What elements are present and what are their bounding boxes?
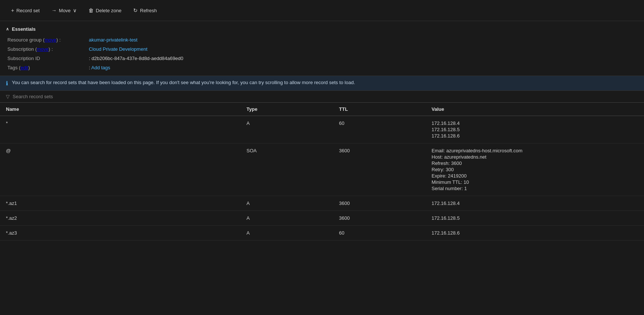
value-line: 172.16.128.4 [432, 200, 638, 206]
move-button[interactable]: → Move ∨ [46, 4, 82, 16]
value-line: Email: azureprivatedns-host.microsoft.co… [432, 148, 638, 153]
value-line: 172.16.128.6 [432, 133, 638, 139]
refresh-button[interactable]: ↻ Refresh [128, 4, 162, 16]
refresh-label: Refresh [140, 8, 157, 13]
cell-ttl: 3600 [339, 211, 432, 225]
essentials-title: Essentials [12, 26, 36, 32]
value-line: Serial number: 1 [432, 186, 638, 191]
subscription-move-link[interactable]: move [37, 46, 48, 52]
cell-value: Email: azureprivatedns-host.microsoft.co… [432, 143, 638, 196]
subscription-link[interactable]: Cloud Private Development [89, 46, 147, 52]
subscription-id-value: : d2b206bc-847a-437e-8d8d-aedd84a69ed0 [89, 56, 638, 61]
info-banner: ℹ You can search for record sets that ha… [0, 76, 644, 91]
tags-label: Tags (edit) [7, 65, 89, 70]
value-line: 172.16.128.4 [432, 120, 638, 126]
cell-type: A [246, 116, 339, 130]
cell-type: A [246, 196, 339, 210]
table-header: Name Type TTL Value [0, 103, 644, 116]
essentials-section: ∧ Essentials Resource group (move) : aku… [0, 21, 644, 76]
record-set-button[interactable]: + Record set [6, 4, 45, 16]
table-body: *A60172.16.128.4172.16.128.5172.16.128.6… [0, 116, 644, 241]
chevron-down-icon: ∨ [73, 7, 77, 13]
search-filter-icon: ▽ [6, 94, 10, 99]
record-sets-table: Name Type TTL Value *A60172.16.128.4172.… [0, 103, 644, 241]
table-row[interactable]: *.az3A60172.16.128.6 [0, 226, 644, 241]
essentials-chevron: ∧ [6, 27, 9, 32]
value-line: Host: azureprivatedns.net [432, 154, 638, 160]
cell-value: 172.16.128.4172.16.128.5172.16.128.6 [432, 116, 638, 143]
cell-type: A [246, 211, 339, 225]
tags-value: : Add tags [89, 65, 638, 70]
tags-edit-link[interactable]: edit [20, 65, 28, 70]
cell-name: *.az3 [6, 226, 246, 240]
value-line: Minimum TTL: 10 [432, 179, 638, 185]
cell-name: @ [6, 143, 246, 158]
essentials-grid: Resource group (move) : akumar-privateli… [6, 37, 638, 70]
table-row[interactable]: *.az1A3600172.16.128.4 [0, 196, 644, 211]
move-label: Move [59, 8, 71, 13]
toolbar: + Record set → Move ∨ 🗑 Delete zone ↻ Re… [0, 0, 644, 21]
cell-value: 172.16.128.5 [432, 211, 638, 225]
cell-ttl: 60 [339, 226, 432, 240]
cell-value: 172.16.128.6 [432, 226, 638, 240]
col-header-name: Name [6, 106, 246, 112]
col-header-type: Type [246, 106, 339, 112]
cell-value: 172.16.128.4 [432, 196, 638, 210]
search-input[interactable] [13, 94, 638, 99]
search-bar: ▽ [0, 91, 644, 103]
value-line: Retry: 300 [432, 167, 638, 172]
delete-zone-label: Delete zone [96, 8, 121, 13]
col-header-ttl: TTL [339, 106, 432, 112]
col-header-value: Value [432, 106, 638, 112]
cell-type: SOA [246, 143, 339, 158]
resource-group-link[interactable]: akumar-privatelink-test [89, 37, 138, 43]
delete-icon: 🗑 [88, 7, 94, 13]
cell-ttl: 3600 [339, 143, 432, 158]
value-line: 172.16.128.5 [432, 215, 638, 221]
table-row[interactable]: *A60172.16.128.4172.16.128.5172.16.128.6 [0, 116, 644, 143]
add-tags-link[interactable]: Add tags [91, 65, 110, 70]
delete-zone-button[interactable]: 🗑 Delete zone [83, 4, 127, 16]
cell-name: *.az2 [6, 211, 246, 225]
value-line: Refresh: 3600 [432, 160, 638, 166]
resource-group-value: akumar-privatelink-test [89, 37, 638, 43]
cell-ttl: 3600 [339, 196, 432, 210]
record-set-label: Record set [16, 8, 40, 13]
essentials-header: ∧ Essentials [6, 26, 638, 32]
resource-group-label: Resource group (move) : [7, 37, 89, 43]
value-line: 172.16.128.6 [432, 230, 638, 236]
subscription-id-label: Subscription ID [7, 56, 89, 61]
cell-name: * [6, 116, 246, 130]
subscription-label: Subscription (move) : [7, 46, 89, 52]
table-row[interactable]: *.az2A3600172.16.128.5 [0, 211, 644, 226]
info-banner-text: You can search for record sets that have… [12, 80, 355, 85]
cell-type: A [246, 226, 339, 240]
move-icon: → [51, 7, 57, 13]
value-line: Expire: 2419200 [432, 173, 638, 179]
cell-name: *.az1 [6, 196, 246, 210]
table-row[interactable]: @SOA3600Email: azureprivatedns-host.micr… [0, 143, 644, 196]
resource-group-move-link[interactable]: move [44, 37, 56, 43]
cell-ttl: 60 [339, 116, 432, 130]
plus-icon: + [11, 7, 14, 13]
refresh-icon: ↻ [133, 7, 138, 13]
value-line: 172.16.128.5 [432, 127, 638, 132]
subscription-value: Cloud Private Development [89, 46, 638, 52]
info-icon: ℹ [6, 80, 8, 87]
